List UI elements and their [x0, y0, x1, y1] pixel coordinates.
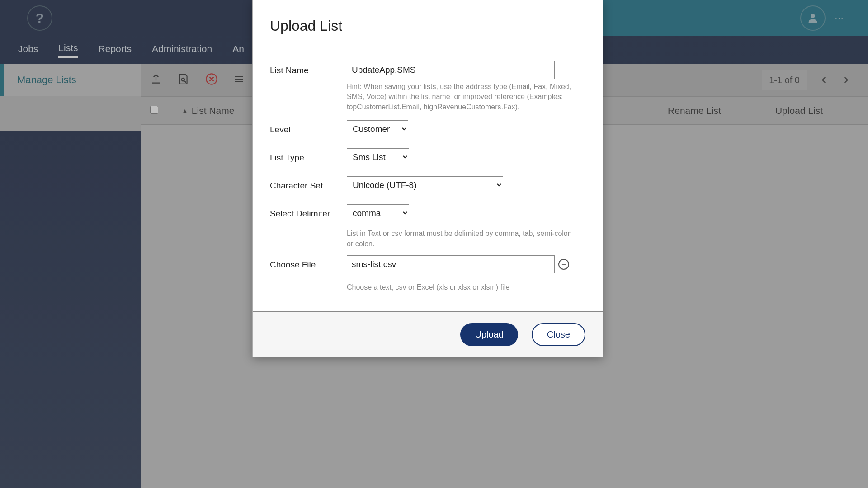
- level-label: Level: [270, 120, 347, 137]
- upload-list-modal: Upload List List Name Hint: When saving …: [252, 0, 603, 357]
- modal-header: Upload List: [253, 0, 603, 47]
- list-name-input[interactable]: [347, 61, 555, 79]
- close-button[interactable]: Close: [532, 323, 585, 346]
- modal-footer: Upload Close: [253, 311, 603, 357]
- list-type-select[interactable]: Sms List: [347, 148, 409, 165]
- choose-file-hint: Choose a text, csv or Excel (xls or xlsx…: [347, 282, 573, 292]
- delimiter-label: Select Delimiter: [270, 204, 347, 249]
- remove-file-icon[interactable]: [558, 259, 569, 270]
- level-select[interactable]: Customer: [347, 120, 408, 137]
- charset-label: Character Set: [270, 176, 347, 193]
- list-name-label: List Name: [270, 61, 347, 112]
- charset-select[interactable]: Unicode (UTF-8): [347, 176, 503, 193]
- modal-body: List Name Hint: When saving your lists, …: [253, 47, 603, 311]
- upload-button[interactable]: Upload: [460, 323, 518, 346]
- list-name-hint: Hint: When saving your lists, use the ad…: [347, 82, 573, 112]
- choose-file-input[interactable]: [347, 255, 555, 273]
- delimiter-hint: List in Text or csv format must be delim…: [347, 229, 573, 249]
- modal-title: Upload List: [270, 18, 585, 34]
- list-type-label: List Type: [270, 148, 347, 165]
- delimiter-select[interactable]: comma: [347, 204, 409, 221]
- choose-file-label: Choose File: [270, 255, 347, 292]
